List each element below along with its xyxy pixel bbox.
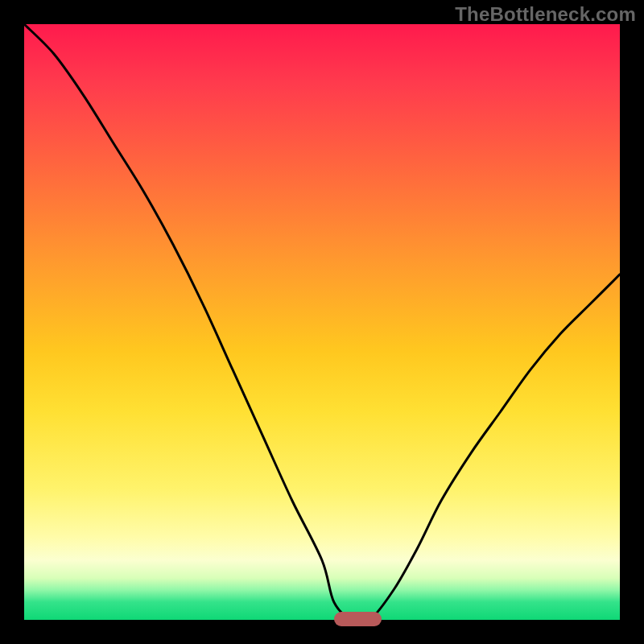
plot-area	[24, 24, 620, 620]
watermark-text: TheBottleneck.com	[455, 3, 636, 26]
bottleneck-curve	[24, 24, 620, 620]
optimal-marker	[334, 612, 382, 626]
chart-frame: TheBottleneck.com	[0, 0, 644, 644]
